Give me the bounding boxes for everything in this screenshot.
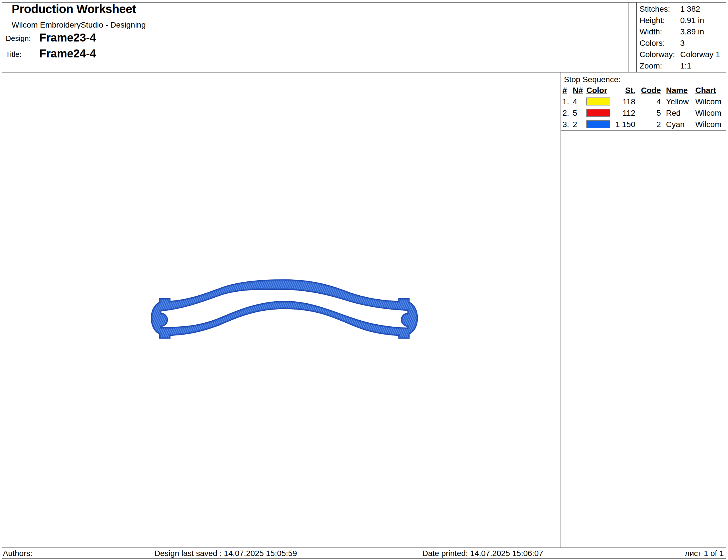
color-swatch-cell	[586, 108, 611, 119]
col-header-num: #	[562, 85, 572, 96]
stop-sequence-header-row: # N# Color St. Code Name Chart	[0, 85, 728, 96]
thread-color-swatch	[586, 120, 610, 128]
thread-chart: Wilcom	[695, 96, 726, 108]
thread-name: Red	[666, 108, 694, 119]
app-subtitle: Wilcom EmbroideryStudio - Designing	[12, 20, 146, 30]
summary-value: 1 382	[680, 5, 700, 13]
summary-value: 1:1	[680, 61, 691, 70]
thread-color-swatch	[586, 109, 610, 117]
summary-value: Colorway 1	[680, 50, 720, 59]
stop-sequence-divider	[561, 130, 726, 131]
thread-code: 4	[640, 96, 661, 108]
thread-chart: Wilcom	[695, 119, 726, 130]
design-title-name: Frame24-4	[39, 47, 96, 60]
summary-row-zoom: Zoom:1:1	[640, 60, 720, 72]
design-label: Design:	[6, 34, 31, 43]
date-printed-text: Date printed: 14.07.2025 15:06:07	[422, 549, 543, 558]
stop-num: 1.	[562, 96, 572, 108]
col-header-chart: Chart	[695, 85, 726, 96]
page-title: Production Worksheet	[12, 2, 136, 16]
title-label: Title:	[6, 50, 21, 59]
stop-sequence-row-3: 3. 2 1 150 2 Cyan Wilcom	[0, 119, 728, 130]
thread-code: 2	[640, 119, 661, 130]
summary-label: Zoom:	[640, 60, 680, 72]
col-header-needle: N#	[573, 85, 586, 96]
stitch-count: 118	[609, 96, 635, 108]
summary-row-width: Width:3.89 in	[640, 26, 720, 38]
col-header-name: Name	[666, 85, 694, 96]
footer-bar	[2, 547, 726, 559]
summary-row-height: Height:0.91 in	[640, 15, 720, 26]
needle-number: 5	[573, 108, 586, 119]
summary-label: Stitches:	[640, 3, 680, 15]
summary-value: 3	[680, 39, 685, 48]
summary-row-colorway: Colorway:Colorway 1	[640, 49, 720, 60]
page-number: лист 1 of 1	[685, 549, 724, 558]
summary-label: Height:	[640, 15, 680, 26]
stop-num: 3.	[562, 119, 572, 130]
color-swatch-cell	[586, 96, 611, 108]
last-saved-text: Design last saved : 14.07.2025 15:05:59	[154, 549, 297, 558]
stitch-count: 1 150	[609, 119, 635, 130]
summary-label: Colorway:	[640, 49, 680, 60]
stop-sequence-title: Stop Sequence:	[564, 75, 621, 84]
right-panel-divider	[561, 73, 561, 547]
thread-chart: Wilcom	[695, 108, 726, 119]
needle-number: 4	[573, 96, 586, 108]
summary-row-stitches: Stitches:1 382	[640, 3, 720, 15]
embroidery-design-preview	[151, 276, 418, 346]
col-header-color: Color	[586, 85, 611, 96]
header-divider	[2, 72, 726, 73]
thread-name: Yellow	[666, 96, 694, 108]
summary-label: Width:	[640, 26, 680, 38]
authors-label: Authors:	[3, 549, 32, 558]
stitch-count: 112	[609, 108, 635, 119]
summary-value: 0.91 in	[680, 16, 704, 25]
design-summary: Stitches:1 382 Height:0.91 in Width:3.89…	[640, 3, 720, 72]
col-header-code: Code	[640, 85, 661, 96]
needle-number: 2	[573, 119, 586, 130]
summary-value: 3.89 in	[680, 27, 704, 36]
stop-sequence-row-1: 1. 4 118 4 Yellow Wilcom	[0, 96, 728, 108]
summary-label: Colors:	[640, 38, 680, 49]
stop-sequence-row-2: 2. 5 112 5 Red Wilcom	[0, 108, 728, 119]
thread-name: Cyan	[666, 119, 694, 130]
design-name: Frame23-4	[39, 31, 96, 44]
col-header-stitches: St.	[609, 85, 635, 96]
color-swatch-cell	[586, 119, 611, 130]
summary-row-colors: Colors:3	[640, 38, 720, 49]
thread-color-swatch	[586, 98, 610, 106]
stop-num: 2.	[562, 108, 572, 119]
thread-code: 5	[640, 108, 661, 119]
